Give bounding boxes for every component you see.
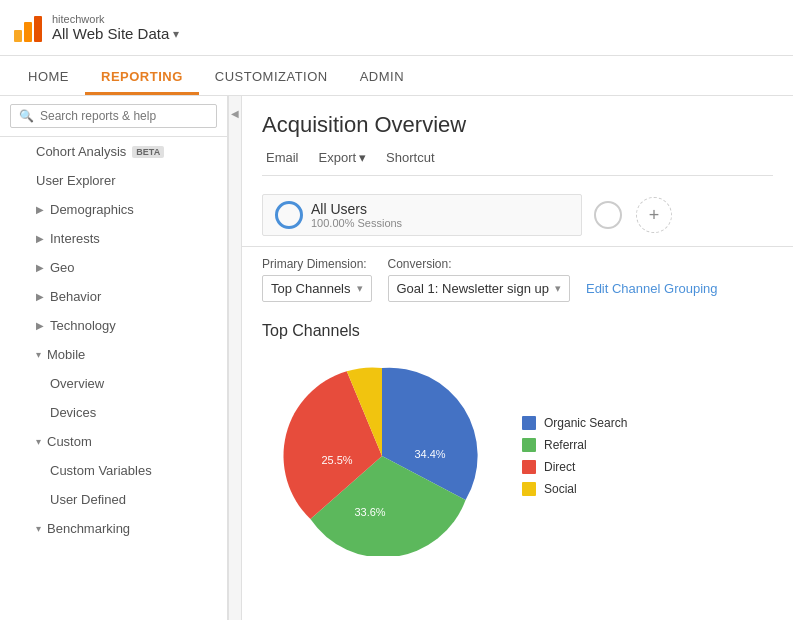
sidebar-label-custom: Custom bbox=[47, 434, 92, 449]
sidebar-label-benchmarking: Benchmarking bbox=[47, 521, 130, 536]
top-channels-dropdown[interactable]: Top Channels ▾ bbox=[262, 275, 372, 302]
search-input[interactable] bbox=[40, 109, 208, 123]
sidebar-label-interests: Interests bbox=[50, 231, 100, 246]
sidebar-item-overview[interactable]: Overview bbox=[0, 369, 227, 398]
sidebar-item-cohort-analysis[interactable]: Cohort Analysis BETA bbox=[0, 137, 227, 166]
export-button[interactable]: Export ▾ bbox=[315, 148, 371, 167]
channels-title: Top Channels bbox=[262, 322, 773, 340]
svg-rect-0 bbox=[14, 30, 22, 42]
segment-text: All Users 100.00% Sessions bbox=[311, 201, 569, 229]
beta-badge: BETA bbox=[132, 146, 164, 158]
legend-item-referral: Referral bbox=[522, 438, 627, 452]
account-info: hitechwork All Web Site Data ▾ bbox=[52, 13, 179, 42]
legend-label-organic: Organic Search bbox=[544, 416, 627, 430]
main-layout: 🔍 Cohort Analysis BETA User Explorer ▶ D… bbox=[0, 96, 793, 620]
google-analytics-logo bbox=[12, 12, 44, 44]
sidebar-item-demographics[interactable]: ▶ Demographics bbox=[0, 195, 227, 224]
sidebar-label-devices: Devices bbox=[50, 405, 96, 420]
pie-label-referral: 33.6% bbox=[354, 506, 385, 518]
action-bar: Email Export ▾ Shortcut bbox=[262, 148, 773, 176]
sidebar-collapse-button[interactable]: ◀ bbox=[228, 96, 242, 620]
conversion-label: Conversion: bbox=[388, 257, 570, 271]
sidebar-item-custom[interactable]: ▾ Custom bbox=[0, 427, 227, 456]
sidebar-item-user-defined[interactable]: User Defined bbox=[0, 485, 227, 514]
export-dropdown-arrow: ▾ bbox=[359, 150, 366, 165]
sidebar: 🔍 Cohort Analysis BETA User Explorer ▶ D… bbox=[0, 96, 228, 620]
sidebar-item-user-explorer[interactable]: User Explorer bbox=[0, 166, 227, 195]
segment-sub-label: 100.00% Sessions bbox=[311, 217, 569, 229]
legend-color-direct bbox=[522, 460, 536, 474]
arrow-mobile: ▾ bbox=[36, 349, 41, 360]
chart-area: 34.4% 33.6% 25.5% Organic Search Referra… bbox=[262, 356, 773, 556]
logo-area: hitechwork All Web Site Data ▾ bbox=[12, 12, 179, 44]
sidebar-item-behavior[interactable]: ▶ Behavior bbox=[0, 282, 227, 311]
segment-item-all-users[interactable]: All Users 100.00% Sessions bbox=[262, 194, 582, 236]
legend-color-referral bbox=[522, 438, 536, 452]
account-name: hitechwork bbox=[52, 13, 179, 25]
conversion-dropdown[interactable]: Goal 1: Newsletter sign up ▾ bbox=[388, 275, 570, 302]
content-area: Acquisition Overview Email Export ▾ Shor… bbox=[242, 96, 793, 620]
sidebar-item-devices[interactable]: Devices bbox=[0, 398, 227, 427]
conversion-group: Conversion: Goal 1: Newsletter sign up ▾ bbox=[388, 257, 570, 302]
sidebar-label-technology: Technology bbox=[50, 318, 116, 333]
svg-rect-1 bbox=[24, 22, 32, 42]
arrow-geo: ▶ bbox=[36, 262, 44, 273]
sidebar-item-geo[interactable]: ▶ Geo bbox=[0, 253, 227, 282]
sidebar-label-overview: Overview bbox=[50, 376, 104, 391]
sidebar-label-mobile: Mobile bbox=[47, 347, 85, 362]
sidebar-label-custom-variables: Custom Variables bbox=[50, 463, 152, 478]
page-title: Acquisition Overview bbox=[262, 112, 773, 138]
property-dropdown-arrow: ▾ bbox=[173, 27, 179, 41]
sidebar-label-geo: Geo bbox=[50, 260, 75, 275]
sidebar-item-mobile[interactable]: ▾ Mobile bbox=[0, 340, 227, 369]
arrow-interests: ▶ bbox=[36, 233, 44, 244]
sidebar-item-benchmarking[interactable]: ▾ Benchmarking bbox=[0, 514, 227, 543]
legend-item-social: Social bbox=[522, 482, 627, 496]
shortcut-button[interactable]: Shortcut bbox=[382, 148, 438, 167]
nav-home[interactable]: HOME bbox=[12, 61, 85, 95]
primary-dimension-label: Primary Dimension: bbox=[262, 257, 372, 271]
arrow-custom: ▾ bbox=[36, 436, 41, 447]
pie-chart: 34.4% 33.6% 25.5% bbox=[282, 356, 482, 556]
pie-chart-svg: 34.4% 33.6% 25.5% bbox=[282, 356, 482, 556]
segment-circle bbox=[275, 201, 303, 229]
sidebar-label-user-defined: User Defined bbox=[50, 492, 126, 507]
edit-channel-grouping-link[interactable]: Edit Channel Grouping bbox=[586, 281, 718, 302]
sidebar-item-interests[interactable]: ▶ Interests bbox=[0, 224, 227, 253]
top-header: hitechwork All Web Site Data ▾ bbox=[0, 0, 793, 56]
arrow-benchmarking: ▾ bbox=[36, 523, 41, 534]
pie-label-direct: 25.5% bbox=[321, 454, 352, 466]
add-segment-button[interactable]: + bbox=[636, 197, 672, 233]
nav-customization[interactable]: CUSTOMIZATION bbox=[199, 61, 344, 95]
search-input-wrap[interactable]: 🔍 bbox=[10, 104, 217, 128]
nav-bar: HOME REPORTING CUSTOMIZATION ADMIN bbox=[0, 56, 793, 96]
conversion-arrow: ▾ bbox=[555, 282, 561, 295]
sidebar-item-technology[interactable]: ▶ Technology bbox=[0, 311, 227, 340]
top-channels-section: Top Channels 34.4% bbox=[242, 312, 793, 566]
svg-rect-2 bbox=[34, 16, 42, 42]
email-button[interactable]: Email bbox=[262, 148, 303, 167]
arrow-behavior: ▶ bbox=[36, 291, 44, 302]
segment-label: All Users bbox=[311, 201, 569, 217]
legend-label-referral: Referral bbox=[544, 438, 587, 452]
nav-admin[interactable]: ADMIN bbox=[344, 61, 420, 95]
property-selector[interactable]: All Web Site Data ▾ bbox=[52, 25, 179, 42]
search-icon: 🔍 bbox=[19, 109, 34, 123]
sidebar-label-demographics: Demographics bbox=[50, 202, 134, 217]
sidebar-search-area: 🔍 bbox=[0, 96, 227, 137]
legend-label-social: Social bbox=[544, 482, 577, 496]
legend-label-direct: Direct bbox=[544, 460, 575, 474]
segment-bar: All Users 100.00% Sessions + bbox=[242, 184, 793, 247]
dimension-row: Primary Dimension: Top Channels ▾ Conver… bbox=[242, 247, 793, 312]
arrow-technology: ▶ bbox=[36, 320, 44, 331]
legend-color-organic bbox=[522, 416, 536, 430]
content-header: Acquisition Overview Email Export ▾ Shor… bbox=[242, 96, 793, 184]
sidebar-label-user-explorer: User Explorer bbox=[36, 173, 115, 188]
legend-item-direct: Direct bbox=[522, 460, 627, 474]
sidebar-item-custom-variables[interactable]: Custom Variables bbox=[0, 456, 227, 485]
nav-reporting[interactable]: REPORTING bbox=[85, 61, 199, 95]
pie-legend: Organic Search Referral Direct Social bbox=[522, 416, 627, 496]
sidebar-label-behavior: Behavior bbox=[50, 289, 101, 304]
sidebar-label-cohort: Cohort Analysis bbox=[36, 144, 126, 159]
top-channels-arrow: ▾ bbox=[357, 282, 363, 295]
